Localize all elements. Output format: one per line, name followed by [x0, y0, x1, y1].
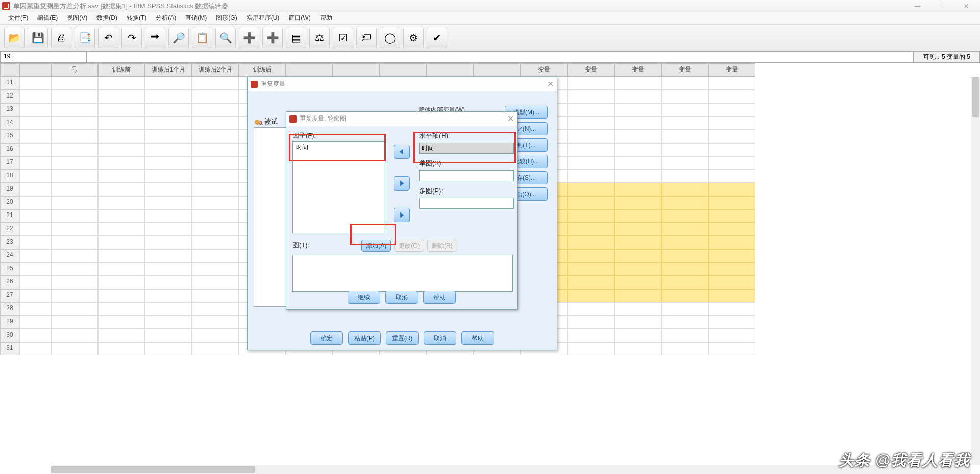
grid-cell[interactable]: [145, 183, 192, 196]
print-button[interactable]: 🖨: [51, 28, 71, 48]
grid-cell[interactable]: [145, 90, 192, 103]
grid-cell[interactable]: [145, 289, 192, 302]
grid-cell[interactable]: [51, 236, 98, 249]
grid-cell[interactable]: [568, 209, 615, 223]
row-header[interactable]: 17: [0, 156, 19, 170]
grid-cell[interactable]: [51, 143, 98, 156]
grid-cell[interactable]: [615, 196, 662, 209]
grid-cell[interactable]: [98, 156, 145, 170]
grid-cell[interactable]: [98, 170, 145, 183]
dialog2-close-icon[interactable]: ✕: [507, 114, 514, 124]
grid-cell[interactable]: [98, 116, 145, 130]
insert-case-button[interactable]: ➕: [239, 28, 259, 48]
grid-cell[interactable]: [192, 276, 239, 289]
undo-button[interactable]: ↶: [98, 28, 118, 48]
weight-button[interactable]: ⚖: [309, 28, 330, 48]
grid-cell[interactable]: [708, 289, 755, 302]
grid-cell[interactable]: [568, 302, 615, 316]
grid-cell[interactable]: [98, 223, 145, 236]
grid-cell[interactable]: [662, 156, 708, 170]
grid-cell[interactable]: [51, 170, 98, 183]
row-header[interactable]: 23: [0, 236, 19, 249]
grid-cell[interactable]: [98, 130, 145, 143]
grid-cell[interactable]: [192, 209, 239, 223]
cell-value[interactable]: [87, 51, 914, 63]
grid-cell[interactable]: [662, 130, 708, 143]
variables-button[interactable]: 📋: [192, 28, 212, 48]
column-header[interactable]: 号: [51, 63, 98, 77]
recent-button[interactable]: 📑: [75, 28, 95, 48]
column-header[interactable]: 训练后: [239, 63, 286, 77]
grid-cell[interactable]: [662, 143, 708, 156]
dialog-button[interactable]: 取消: [424, 331, 456, 345]
grid-cell[interactable]: [19, 156, 51, 170]
grid-cell[interactable]: [98, 143, 145, 156]
grid-cell[interactable]: [98, 90, 145, 103]
grid-cell[interactable]: [19, 342, 51, 356]
grid-cell[interactable]: [568, 316, 615, 329]
vertical-scrollbar[interactable]: [971, 77, 980, 465]
value-labels-button[interactable]: 🏷: [356, 28, 377, 48]
grid-cell[interactable]: [662, 183, 708, 196]
grid-cell[interactable]: [192, 249, 239, 263]
menu-item[interactable]: 视图(V): [63, 13, 91, 23]
grid-cell[interactable]: [19, 329, 51, 342]
dialog-button[interactable]: 重置(R): [386, 331, 419, 345]
grid-cell[interactable]: [19, 289, 51, 302]
grid-cell[interactable]: [568, 342, 615, 356]
grid-cell[interactable]: [615, 143, 662, 156]
grid-cell[interactable]: [51, 90, 98, 103]
customize-button[interactable]: ⚙: [403, 28, 424, 48]
grid-cell[interactable]: [192, 183, 239, 196]
minimize-button[interactable]: —: [910, 3, 925, 10]
grid-cell[interactable]: [662, 263, 708, 276]
move-to-separate-button[interactable]: [394, 176, 410, 191]
dialog-button[interactable]: 帮助: [461, 331, 494, 345]
grid-cell[interactable]: [662, 329, 708, 342]
grid-cell[interactable]: [708, 329, 755, 342]
grid-cell[interactable]: [98, 316, 145, 329]
cell-reference[interactable]: 19 :: [0, 51, 87, 63]
row-header[interactable]: 25: [0, 263, 19, 276]
sets-button[interactable]: ◯: [380, 28, 400, 48]
grid-cell[interactable]: [98, 302, 145, 316]
grid-cell[interactable]: [145, 276, 192, 289]
grid-cell[interactable]: [568, 156, 615, 170]
grid-cell[interactable]: [615, 223, 662, 236]
grid-cell[interactable]: [145, 236, 192, 249]
grid-cell[interactable]: [19, 77, 51, 90]
grid-cell[interactable]: [708, 276, 755, 289]
grid-cell[interactable]: [615, 90, 662, 103]
grid-cell[interactable]: [662, 77, 708, 90]
grid-cell[interactable]: [192, 342, 239, 356]
column-header[interactable]: [286, 63, 333, 77]
grid-cell[interactable]: [615, 342, 662, 356]
dialog2-button[interactable]: 帮助: [423, 291, 456, 304]
row-header[interactable]: 29: [0, 316, 19, 329]
grid-cell[interactable]: [568, 130, 615, 143]
grid-cell[interactable]: [98, 77, 145, 90]
grid-cell[interactable]: [708, 249, 755, 263]
grid-cell[interactable]: [51, 289, 98, 302]
grid-cell[interactable]: [98, 249, 145, 263]
menu-item[interactable]: 直销(M): [181, 13, 211, 23]
factor-item[interactable]: 时间: [293, 142, 384, 153]
grid-cell[interactable]: [145, 103, 192, 116]
grid-cell[interactable]: [51, 223, 98, 236]
grid-cell[interactable]: [568, 236, 615, 249]
redo-button[interactable]: ↷: [121, 28, 142, 48]
dialog2-title-bar[interactable]: 重复度量: 轮廓图 ✕: [286, 112, 517, 126]
grid-cell[interactable]: [98, 103, 145, 116]
menu-item[interactable]: 分析(A): [152, 13, 180, 23]
select-button[interactable]: ☑: [333, 28, 353, 48]
grid-cell[interactable]: [145, 249, 192, 263]
grid-cell[interactable]: [51, 77, 98, 90]
grid-cell[interactable]: [98, 236, 145, 249]
grid-cell[interactable]: [568, 183, 615, 196]
grid-cell[interactable]: [615, 249, 662, 263]
menu-item[interactable]: 帮助: [316, 13, 336, 23]
grid-cell[interactable]: [662, 236, 708, 249]
grid-cell[interactable]: [145, 156, 192, 170]
row-header[interactable]: 24: [0, 249, 19, 263]
grid-cell[interactable]: [615, 289, 662, 302]
